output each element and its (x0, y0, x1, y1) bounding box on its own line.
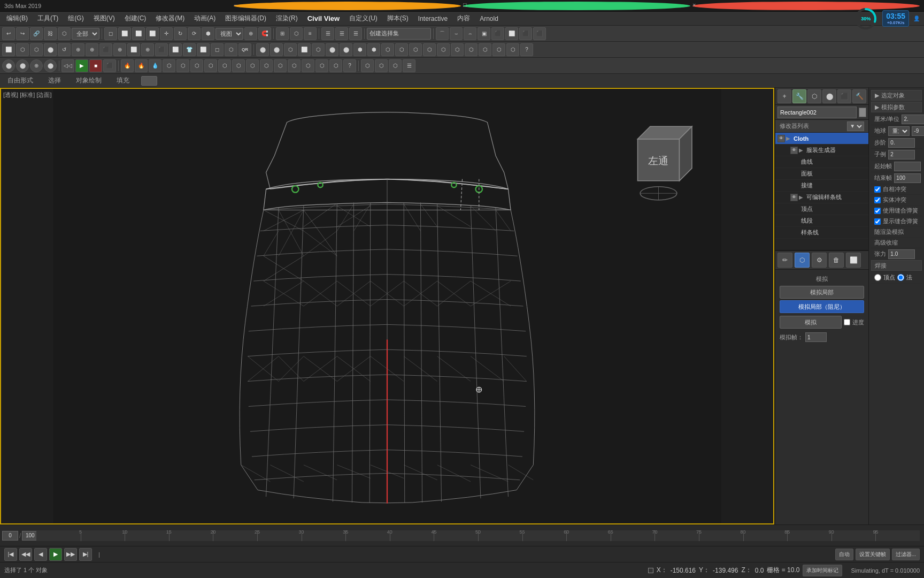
tb2-24[interactable]: ⬢ (353, 43, 366, 56)
pb-last[interactable]: ▶| (79, 548, 92, 561)
auto-key-btn[interactable]: 自动 (835, 549, 853, 560)
tb2-23[interactable]: ⬤ (340, 43, 352, 56)
gravity-type-dropdown[interactable]: 重力 (888, 126, 910, 136)
timeline-start-input[interactable] (2, 531, 18, 541)
tb2-28[interactable]: ⬡ (409, 43, 422, 56)
tb3-8[interactable]: ⬡ (204, 59, 217, 72)
tb2-14[interactable]: ⬜ (197, 43, 210, 56)
pb-prev[interactable]: ◀◀ (19, 548, 32, 561)
tb3-19[interactable]: ⬡ (361, 59, 374, 72)
tb3-water[interactable]: 💧 (149, 59, 161, 72)
panel-modify-btn[interactable]: 🔧 (792, 89, 806, 103)
edge-radio[interactable] (897, 274, 904, 281)
object-color-swatch[interactable] (859, 108, 866, 117)
curve-btn[interactable]: ⌒ (436, 27, 449, 40)
tb2-27[interactable]: ⬡ (395, 43, 408, 56)
tb3-stop2[interactable]: ⬛ (103, 59, 116, 72)
tb3-14[interactable]: ⬡ (288, 59, 301, 72)
tb2-9[interactable]: ⊕ (113, 43, 126, 56)
tb2-2[interactable]: ⬡ (16, 43, 29, 56)
spline-visibility[interactable]: 👁 (790, 194, 798, 201)
tb2-1[interactable]: ⬜ (2, 43, 15, 56)
tb2-34[interactable]: ⬡ (492, 43, 505, 56)
tb3-fire1[interactable]: 🔥 (121, 59, 134, 72)
select-obj-btn[interactable]: ◻ (104, 27, 117, 40)
tb3-fire2[interactable]: 🔥 (135, 59, 148, 72)
tb3-3[interactable]: ⊕ (30, 59, 43, 72)
tb2-8[interactable]: ⬛ (99, 43, 112, 56)
pivot-btn[interactable]: ⊕ (244, 27, 257, 40)
show-sewing-springs-checkbox[interactable] (874, 218, 881, 225)
selobj-section[interactable]: ▶ 选定对象 (871, 90, 922, 101)
mode-select[interactable]: 选择 (45, 75, 64, 86)
tb3-9[interactable]: ⬡ (218, 59, 231, 72)
tb3-stop[interactable]: ■ (89, 59, 102, 72)
view-dropdown[interactable]: 视图 (215, 28, 243, 40)
modifier-garment-maker[interactable]: 👁 ▶ 服装生成器 (775, 144, 868, 156)
modifier-vertex[interactable]: 顶点 (775, 203, 868, 215)
gravity-value-input[interactable] (912, 126, 924, 136)
tb3-11[interactable]: ⬡ (246, 59, 259, 72)
render3-btn[interactable]: ⬜ (505, 27, 518, 40)
tb3-2[interactable]: ⬤ (16, 59, 29, 72)
tb2-26[interactable]: ⬡ (381, 43, 394, 56)
tb2-21[interactable]: ⬡ (312, 43, 325, 56)
filter-btn[interactable]: 过滤器... (892, 549, 920, 560)
select-region3-btn[interactable]: ⬜ (146, 27, 159, 40)
maximize-button[interactable]: □ (463, 2, 690, 10)
tb3-7[interactable]: ⬡ (190, 59, 203, 72)
undo-btn[interactable]: ↩ (2, 27, 15, 40)
tb3-21[interactable]: ⬡ (389, 59, 402, 72)
menu-render[interactable]: 渲染(R) (272, 13, 302, 24)
curve3-btn[interactable]: ⌢ (464, 27, 476, 40)
menu-view[interactable]: 视图(V) (89, 13, 119, 24)
timeline-end-input[interactable] (22, 531, 38, 541)
tb2-16[interactable]: ⬡ (225, 43, 237, 56)
unit-input[interactable] (902, 115, 924, 124)
tb2-6[interactable]: ⊕ (72, 43, 84, 56)
mode-freeform[interactable]: 自由形式 (4, 75, 36, 86)
tb3-6[interactable]: ⬡ (176, 59, 189, 72)
layer-btn[interactable]: ☰ (321, 27, 334, 40)
tb3-15[interactable]: ⬡ (302, 59, 314, 72)
mode-paint[interactable]: 对象绘制 (73, 75, 105, 86)
menu-create[interactable]: 创建(C) (120, 13, 151, 24)
collapse-modifier-btn[interactable]: ⬜ (846, 253, 861, 268)
set-key-btn[interactable]: 设置关键帧 (856, 549, 890, 560)
tb3-10[interactable]: ⬡ (232, 59, 245, 72)
pb-back[interactable]: ◀ (34, 548, 47, 561)
menu-script[interactable]: 脚本(S) (383, 13, 413, 24)
solid-collision-checkbox[interactable] (874, 197, 881, 203)
sim-simulate-btn[interactable]: 模拟 (780, 316, 842, 329)
simparams-section[interactable]: ▶ 模拟参数 (871, 102, 922, 112)
fill-color-box[interactable] (141, 76, 157, 86)
use-sewing-springs-checkbox[interactable] (874, 208, 881, 214)
self-collision-checkbox[interactable] (874, 186, 881, 193)
tb3-20[interactable]: ⬡ (375, 59, 388, 72)
tb2-15[interactable]: ◻ (211, 43, 224, 56)
panel-hierarchy-btn[interactable]: ⬡ (807, 89, 821, 103)
select-filter[interactable]: 全部 (72, 28, 99, 40)
pb-forward[interactable]: ▶▶ (64, 548, 77, 561)
tb2-30[interactable]: ⬡ (437, 43, 450, 56)
tb2-18[interactable]: ⬤ (270, 43, 283, 56)
addtime-btn[interactable]: 承加时间标记 (803, 565, 842, 576)
tb3-play[interactable]: ▶ (75, 59, 88, 72)
tb2-22[interactable]: ⬤ (326, 43, 338, 56)
tb3-4[interactable]: ⬤ (44, 59, 57, 72)
curve2-btn[interactable]: ⌣ (450, 27, 463, 40)
pb-first[interactable]: |◀ (4, 548, 17, 561)
layer2-btn[interactable]: ☰ (335, 27, 348, 40)
modifier-segment[interactable]: 线段 (775, 215, 868, 227)
snap2-btn[interactable]: ⊞ (276, 27, 289, 40)
tb2-5[interactable]: ↺ (58, 43, 71, 56)
active-modifier-btn[interactable]: ⬡ (795, 253, 810, 268)
cloth-visibility[interactable]: 👁 (777, 135, 785, 142)
select-region-btn[interactable]: ⬜ (118, 27, 131, 40)
render5-btn[interactable]: ⬛ (533, 27, 546, 40)
user-icon[interactable]: 👤 (911, 13, 922, 24)
spline-expand[interactable]: ▶ (799, 194, 805, 200)
tb2-29[interactable]: ⬡ (423, 43, 436, 56)
move-btn[interactable]: ✛ (160, 27, 173, 40)
tb2-35[interactable]: ⬡ (506, 43, 519, 56)
